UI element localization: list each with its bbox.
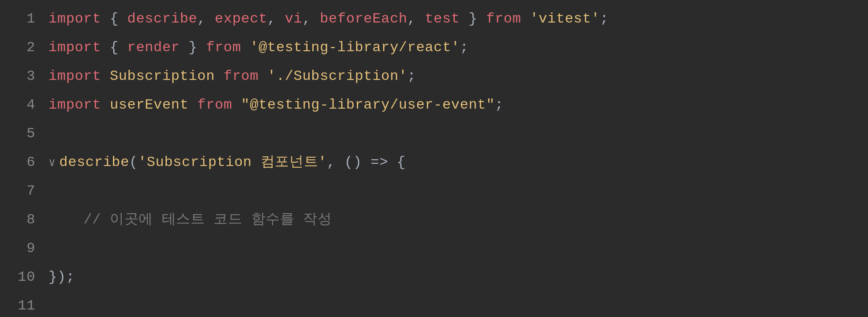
code-content: describe('Subscription 컴포넌트', () => { [59,148,859,177]
token-plain [189,97,198,113]
line-number: 8 [9,205,35,234]
code-line: 2import { render } from '@testing-librar… [0,33,868,62]
token-kw-from: from [206,39,241,56]
token-str: '@testing-library/react' [250,39,460,56]
token-str: "@testing-library/user-event" [241,97,495,113]
line-number: 10 [9,263,35,291]
code-line: 8 // 이곳에 테스트 코드 함수를 작성 [0,205,868,234]
token-kw-import-name: beforeEach [320,11,407,27]
line-number: 11 [9,291,35,317]
code-editor: 1import { describe, expect, vi, beforeEa… [0,0,868,317]
code-line: 3import Subscription from './Subscriptio… [0,62,868,91]
token-default-import: userEvent [110,97,189,113]
code-content: import { render } from '@testing-library… [49,33,859,62]
line-number: 5 [9,119,35,148]
line-number: 9 [9,234,35,263]
token-kw-from: from [224,68,258,84]
token-plain: ; [495,97,504,113]
code-line: 4import userEvent from "@testing-library… [0,91,868,119]
token-plain: , () [327,154,370,170]
fold-arrow-icon[interactable]: ∨ [49,149,56,177]
token-kw-from: from [486,11,521,27]
token-plain: } [180,39,206,56]
token-kw-import-name: test [425,11,460,27]
token-plain: ; [460,39,469,56]
code-content: import Subscription from './Subscription… [49,62,859,91]
token-plain [215,68,224,84]
code-content: // 이곳에 테스트 코드 함수를 작성 [49,205,859,234]
token-plain [521,11,530,27]
token-plain: , [197,11,215,27]
token-str: './Subscription' [267,68,408,84]
token-fn-name: describe [59,154,129,170]
token-default-import: Subscription [110,68,215,84]
line-number: 1 [9,4,35,33]
token-plain: , [267,11,285,27]
code-content: import { describe, expect, vi, beforeEac… [49,4,859,33]
token-comment: // 이곳에 테스트 코드 함수를 작성 [83,211,332,228]
token-kw-import: import [49,97,101,113]
token-plain: ; [600,11,609,27]
token-plain: { [101,39,127,56]
line-number: 4 [9,91,35,119]
token-plain: { [101,11,127,27]
code-line: 10}); [0,263,868,291]
token-kw-import-name: expect [215,11,267,27]
code-content: }); [49,263,859,291]
token-plain [232,97,241,113]
code-content: import userEvent from "@testing-library/… [49,91,859,119]
token-kw-import: import [49,68,101,84]
token-plain: ; [408,68,416,84]
token-kw-import: import [49,11,101,27]
token-plain [101,68,110,84]
token-plain: , [408,11,425,27]
token-plain [101,97,110,113]
line-number: 6 [9,148,35,177]
token-kw-import-name: render [127,39,180,56]
token-kw-from: from [197,97,232,113]
token-plain: } [460,11,486,27]
token-str: 'Subscription 컴포넌트' [138,154,327,170]
token-arrow: => [370,154,388,170]
code-line: 9 [0,234,868,263]
token-plain: { [388,154,406,170]
line-number: 2 [9,33,35,62]
token-str: 'vitest' [530,11,600,27]
code-line: 6∨describe('Subscription 컴포넌트', () => { [0,148,868,177]
token-kw-import-name: describe [127,11,198,27]
token-kw-import-name: vi [285,11,303,27]
token-plain: }); [49,269,75,285]
token-plain: , [302,11,320,27]
token-plain [241,39,250,56]
token-plain [258,68,267,84]
line-number: 3 [9,62,35,91]
line-number: 7 [9,177,35,205]
token-plain: ( [129,154,138,170]
code-line: 5 [0,119,868,148]
code-line: 11 [0,291,868,317]
token-kw-import: import [49,39,101,56]
code-line: 1import { describe, expect, vi, beforeEa… [0,4,868,33]
code-line: 7 [0,177,868,205]
